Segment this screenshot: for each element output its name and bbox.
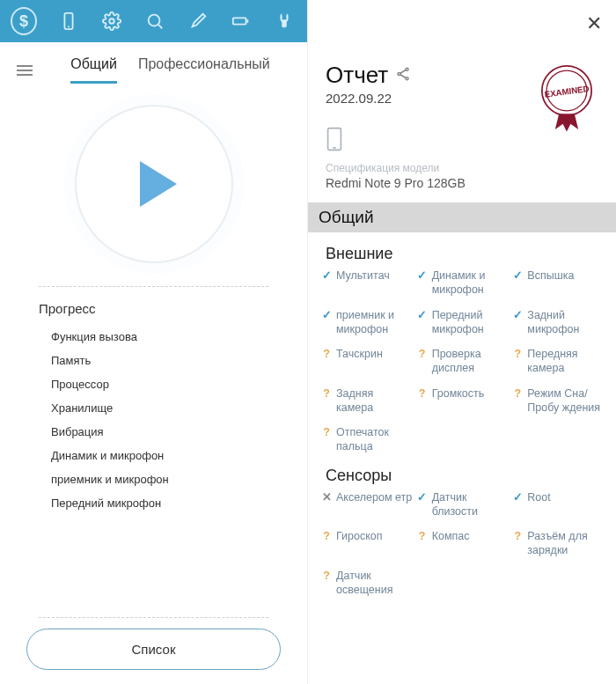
svg-point-11 bbox=[398, 72, 400, 75]
check-item[interactable]: ?Громкость bbox=[416, 386, 509, 416]
check-item[interactable]: ?Тачскрин bbox=[320, 347, 413, 376]
check-item[interactable]: ?Режим Сна/ Пробу ждения bbox=[511, 386, 604, 416]
check-item[interactable]: ?Разъём для зарядки bbox=[511, 529, 604, 558]
report-header: Отчет 2022.09.22 EXAMINED bbox=[308, 0, 616, 114]
check-item[interactable]: ?Компас bbox=[416, 529, 509, 558]
external-grid: ✓Мультитач✓Динамик и микрофон✓Вспышка✓пр… bbox=[308, 268, 616, 454]
progress-item: Хранилище bbox=[51, 396, 268, 420]
check-item[interactable]: ✓Мультитач bbox=[320, 268, 413, 298]
tabs-row: Общий Профессиональный bbox=[0, 42, 307, 84]
progress-item: Передний микрофон bbox=[51, 491, 268, 515]
svg-line-4 bbox=[158, 25, 162, 28]
phone-outline-icon bbox=[326, 127, 343, 155]
progress-item: Память bbox=[51, 349, 268, 372]
check-item[interactable]: ✓Root bbox=[511, 490, 604, 519]
progress-block: Прогресс Функция вызоваПамятьПроцессорХр… bbox=[0, 294, 307, 610]
menu-icon[interactable] bbox=[14, 60, 35, 81]
play-button[interactable] bbox=[75, 105, 233, 263]
svg-rect-5 bbox=[233, 18, 246, 24]
progress-item: Вибрация bbox=[51, 420, 268, 444]
svg-point-3 bbox=[149, 15, 160, 26]
progress-item: Функция вызова bbox=[51, 325, 268, 349]
device-name: Redmi Note 9 Pro 128GB bbox=[326, 176, 466, 190]
section-bar-general: Общий bbox=[308, 202, 616, 232]
subheader-sensors: Сенсоры bbox=[308, 454, 616, 490]
check-item[interactable]: ✓Вспышка bbox=[511, 268, 604, 298]
check-item[interactable]: ✓Передний микрофон bbox=[416, 308, 509, 337]
svg-line-13 bbox=[400, 70, 406, 73]
list-button[interactable]: Список bbox=[26, 629, 281, 670]
gear-icon[interactable] bbox=[94, 4, 128, 39]
svg-point-2 bbox=[109, 18, 114, 24]
svg-point-12 bbox=[406, 77, 408, 79]
examined-stamp: EXAMINED bbox=[528, 58, 605, 136]
divider bbox=[39, 617, 268, 618]
left-pane: $ Общий bbox=[0, 0, 308, 684]
progress-list: Функция вызоваПамятьПроцессорХранилищеВи… bbox=[39, 325, 268, 515]
check-item[interactable]: ?Передняя камера bbox=[511, 347, 604, 376]
sensors-grid: ✕Акселером етр✓Датчик близости✓Root?Гиро… bbox=[308, 490, 616, 598]
brush-icon[interactable] bbox=[181, 4, 216, 39]
check-item[interactable]: ?Датчик освещения bbox=[320, 569, 413, 598]
play-icon bbox=[140, 161, 177, 207]
report-title: Отчет bbox=[326, 62, 388, 89]
dollar-icon[interactable]: $ bbox=[11, 7, 37, 35]
phone-icon[interactable] bbox=[51, 4, 85, 39]
check-item[interactable]: ✓приемник и микрофон bbox=[320, 308, 413, 337]
check-item[interactable]: ?Проверка дисплея bbox=[416, 347, 509, 376]
share-icon[interactable] bbox=[395, 66, 411, 85]
search-icon[interactable] bbox=[137, 4, 172, 39]
battery-icon[interactable] bbox=[224, 4, 259, 39]
check-item[interactable]: ✓Датчик близости bbox=[416, 490, 509, 519]
subheader-external: Внешние bbox=[308, 232, 616, 268]
svg-rect-18 bbox=[328, 129, 341, 151]
progress-item: Динамик и микрофон bbox=[51, 444, 268, 467]
right-pane: ✕ Отчет 2022.09.22 EXAMINED Спецификация… bbox=[308, 0, 616, 684]
progress-item: Процессор bbox=[51, 372, 268, 396]
progress-title: Прогресс bbox=[39, 301, 268, 316]
topbar: $ bbox=[0, 0, 307, 42]
check-item[interactable]: ✓Задний микрофон bbox=[511, 308, 604, 337]
divider bbox=[39, 286, 268, 287]
check-item[interactable]: ✕Акселером етр bbox=[320, 490, 413, 519]
tab-professional[interactable]: Профессиональный bbox=[138, 56, 270, 84]
check-item[interactable]: ?Отпечаток пальца bbox=[320, 425, 413, 454]
check-item[interactable]: ?Гироскоп bbox=[320, 529, 413, 558]
rabbit-icon[interactable] bbox=[268, 4, 302, 39]
svg-text:EXAMINED: EXAMINED bbox=[544, 84, 590, 99]
svg-line-14 bbox=[400, 74, 406, 77]
tab-general[interactable]: Общий bbox=[70, 56, 117, 84]
svg-point-10 bbox=[406, 68, 408, 70]
spec-label: Спецификация модели bbox=[326, 162, 439, 174]
check-item[interactable]: ✓Динамик и микрофон bbox=[416, 268, 509, 298]
play-area bbox=[0, 84, 307, 279]
check-item[interactable]: ?Задняя камера bbox=[320, 386, 413, 416]
progress-item: приемник и микрофон bbox=[51, 467, 268, 491]
